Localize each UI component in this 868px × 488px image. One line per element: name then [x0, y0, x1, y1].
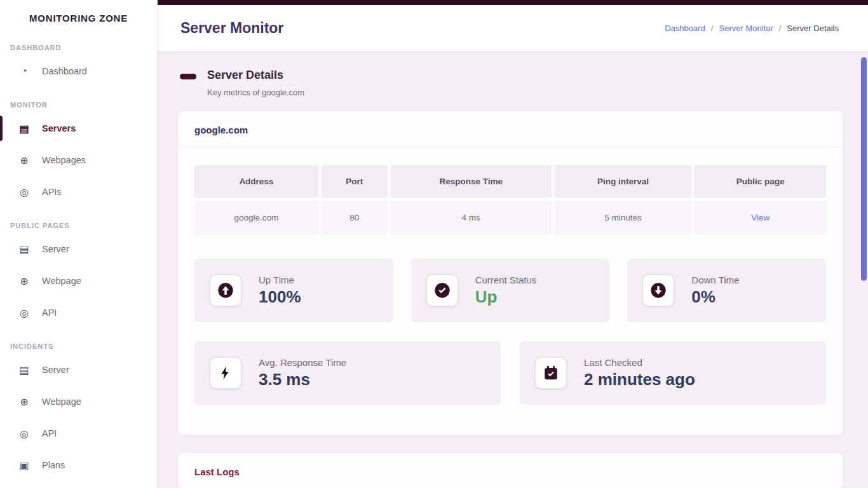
arrow-up-circle-icon	[210, 274, 241, 306]
arrow-down-circle-icon	[642, 274, 674, 306]
stats-row-bottom: Avg. Response Time 3.5 ms	[194, 341, 826, 405]
sidebar-item-label: Server	[42, 365, 69, 375]
sidebar-section-public-pages: PUBLIC PAGES	[0, 214, 157, 233]
target-icon: ◎	[18, 186, 31, 198]
server-metrics-table: Address Port Response Time Ping interval…	[194, 165, 826, 234]
check-circle-icon	[426, 274, 458, 306]
view-public-page-link[interactable]: View	[751, 213, 770, 222]
globe-icon: ⊕	[18, 275, 31, 287]
target-icon: ◎	[18, 428, 31, 440]
stat-value-downtime: 0%	[691, 287, 739, 307]
stat-card-current-status: Current Status Up	[411, 259, 610, 322]
scrollbar-thumb[interactable]	[861, 57, 867, 281]
sidebar-item-label: APIs	[42, 187, 62, 197]
main-area: Server Monitor Dashboard / Server Monito…	[158, 0, 868, 488]
stat-value-status: Up	[475, 287, 537, 307]
page-content: Server Details Key metrics of google.com…	[158, 51, 868, 488]
cell-response-time: 4 ms	[391, 201, 552, 234]
sidebar-item-label: Dashboard	[42, 66, 87, 76]
sidebar-section-dashboard: DASHBOARD	[0, 36, 157, 55]
sidebar: MONITORING ZONE DASHBOARD ◔ Dashboard MO…	[0, 0, 158, 488]
table-header-response-time: Response Time	[391, 165, 552, 198]
sidebar-item-public-api[interactable]: ◎ API	[0, 297, 157, 329]
sidebar-item-label: Webpage	[42, 276, 81, 286]
section-subtitle: Key metrics of google.com	[207, 88, 304, 97]
stat-card-downtime: Down Time 0%	[627, 259, 826, 322]
sidebar-item-label: API	[42, 428, 57, 438]
server-icon: ▤	[18, 243, 31, 255]
globe-icon: ⊕	[18, 396, 31, 408]
target-icon: ◎	[18, 307, 31, 319]
stat-card-uptime: Up Time 100%	[194, 259, 393, 322]
stats-row-top: Up Time 100% Current Status Up	[194, 259, 826, 322]
sidebar-item-incidents-api[interactable]: ◎ API	[0, 417, 157, 449]
server-icon: ▤	[18, 364, 31, 376]
sidebar-item-webpages[interactable]: ⊕ Webpages	[0, 144, 157, 176]
sidebar-item-label: Server	[42, 244, 69, 254]
sidebar-item-public-webpage[interactable]: ⊕ Webpage	[0, 265, 157, 297]
table-header-address: Address	[194, 165, 318, 198]
stat-card-avg-response: Avg. Response Time 3.5 ms	[194, 341, 501, 405]
sidebar-section-incidents: INCIDENTS	[0, 335, 157, 354]
calendar-check-icon	[535, 357, 567, 389]
stat-value-uptime: 100%	[259, 287, 301, 307]
section-dash-icon	[180, 74, 196, 79]
cell-port: 80	[322, 201, 388, 234]
table-header-public-page: Public page	[695, 165, 826, 198]
last-logs-card: Last Logs	[178, 453, 843, 488]
server-icon: ▤	[18, 123, 31, 135]
stat-label: Last Checked	[584, 357, 695, 368]
cell-public-page: View	[695, 201, 826, 234]
stat-label: Avg. Response Time	[259, 357, 346, 368]
top-accent-bar	[158, 0, 868, 5]
bolt-icon	[210, 357, 241, 389]
stat-label: Up Time	[259, 274, 301, 285]
breadcrumb-current: Server Details	[787, 24, 839, 33]
cell-address: google.com	[194, 201, 318, 234]
sidebar-item-apis[interactable]: ◎ APIs	[0, 176, 157, 208]
sidebar-item-label: Webpages	[42, 155, 86, 165]
section-head: Server Details Key metrics of google.com	[178, 69, 843, 97]
stat-value-avg-response: 3.5 ms	[259, 370, 346, 390]
globe-icon: ⊕	[18, 154, 31, 166]
stat-label: Down Time	[691, 274, 739, 285]
sidebar-item-label: API	[42, 308, 57, 318]
sidebar-item-incidents-webpage[interactable]: ⊕ Webpage	[0, 386, 157, 417]
sidebar-item-label: Servers	[42, 123, 76, 133]
sidebar-item-label: Plans	[42, 460, 65, 470]
stat-value-last-checked: 2 minutes ago	[584, 370, 695, 390]
server-card-title: google.com	[178, 111, 843, 147]
sidebar-item-public-server[interactable]: ▤ Server	[0, 233, 157, 265]
breadcrumb-dashboard[interactable]: Dashboard	[665, 24, 705, 33]
logs-card-title: Last Logs	[178, 453, 843, 488]
page-header: Server Monitor Dashboard / Server Monito…	[158, 5, 868, 51]
section-title: Server Details	[207, 69, 304, 82]
sidebar-section-monitor: MONITOR	[0, 93, 157, 112]
app-root: MONITORING ZONE DASHBOARD ◔ Dashboard MO…	[0, 0, 868, 488]
breadcrumb-separator: /	[711, 24, 714, 33]
sidebar-item-dashboard[interactable]: ◔ Dashboard	[0, 55, 157, 87]
gauge-icon: ◔	[18, 65, 31, 77]
cell-ping-interval: 5 minutes	[555, 201, 692, 234]
plans-icon: ▣	[18, 459, 31, 471]
breadcrumb-server-monitor[interactable]: Server Monitor	[719, 24, 773, 33]
page-title: Server Monitor	[180, 20, 283, 37]
sidebar-item-servers[interactable]: ▤ Servers	[0, 112, 157, 144]
server-card-body: Address Port Response Time Ping interval…	[178, 147, 843, 435]
table-header-ping-interval: Ping interval	[555, 165, 692, 198]
breadcrumb-separator: /	[779, 24, 782, 33]
brand-title: MONITORING ZONE	[0, 0, 157, 30]
stat-label: Current Status	[475, 274, 537, 285]
sidebar-item-label: Webpage	[42, 396, 81, 407]
server-details-card: google.com Address Port Response Time Pi…	[178, 111, 843, 435]
sidebar-item-plans[interactable]: ▣ Plans	[0, 449, 157, 481]
sidebar-item-incidents-server[interactable]: ▤ Server	[0, 354, 157, 386]
breadcrumb: Dashboard / Server Monitor / Server Deta…	[665, 24, 839, 33]
table-header-port: Port	[322, 165, 388, 198]
stat-card-last-checked: Last Checked 2 minutes ago	[520, 341, 826, 405]
